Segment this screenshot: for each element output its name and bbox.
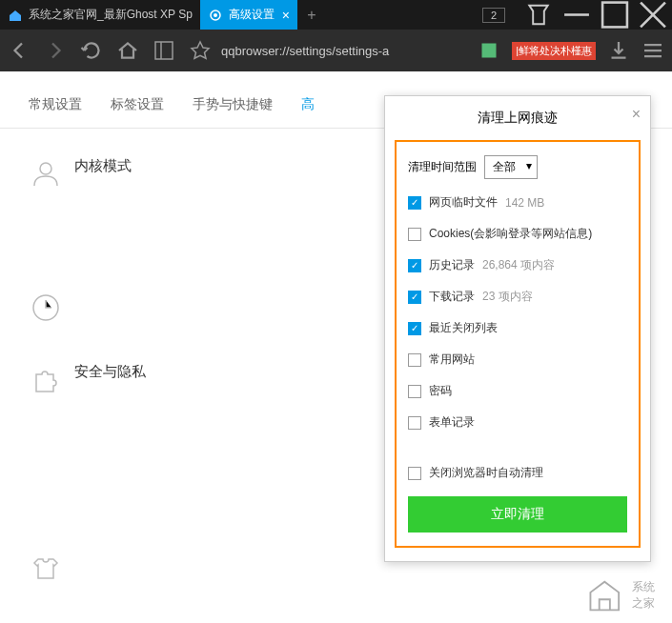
svg-rect-4 bbox=[482, 44, 497, 58]
new-tab-button[interactable]: + bbox=[297, 7, 326, 24]
sidebar-icon[interactable] bbox=[153, 39, 175, 62]
check-auto-clean[interactable]: 关闭浏览器时自动清理 bbox=[408, 465, 627, 481]
tab-system-home[interactable]: 系统之家官网_最新Ghost XP Sp bbox=[0, 0, 200, 30]
nav-tabs[interactable]: 标签设置 bbox=[111, 83, 164, 127]
svg-rect-3 bbox=[155, 42, 173, 59]
gear-icon bbox=[208, 8, 223, 23]
svg-point-5 bbox=[40, 163, 51, 174]
nav-gestures[interactable]: 手势与快捷键 bbox=[193, 83, 273, 127]
tab-title: 高级设置 bbox=[229, 7, 275, 23]
clean-now-button[interactable]: 立即清理 bbox=[408, 496, 627, 533]
close-button[interactable] bbox=[634, 0, 672, 30]
user-icon bbox=[29, 157, 63, 191]
time-range-row: 清理时间范围 全部 bbox=[408, 155, 627, 179]
check-form[interactable]: 表单记录 bbox=[408, 414, 627, 431]
clear-data-dialog: 清理上网痕迹 × 清理时间范围 全部 网页临时文件142 MB Cookies(… bbox=[384, 95, 651, 562]
check-frequent[interactable]: 常用网站 bbox=[408, 352, 627, 368]
close-icon[interactable]: × bbox=[632, 106, 641, 123]
dialog-title: 清理上网痕迹 × bbox=[385, 96, 650, 140]
check-recent[interactable]: 最近关闭列表 bbox=[408, 320, 627, 336]
check-temp-files[interactable]: 网页临时文件142 MB bbox=[408, 194, 627, 211]
window-count-badge[interactable]: 2 bbox=[482, 8, 505, 23]
shirt-icon bbox=[29, 552, 63, 586]
download-icon[interactable] bbox=[607, 39, 630, 62]
titlebar: 系统之家官网_最新Ghost XP Sp 高级设置 × + 2 bbox=[0, 0, 672, 30]
reload-button[interactable] bbox=[80, 39, 103, 62]
svg-rect-2 bbox=[602, 3, 627, 28]
nav-general[interactable]: 常规设置 bbox=[29, 83, 82, 127]
maximize-button[interactable] bbox=[596, 0, 634, 30]
extension-icon[interactable] bbox=[478, 39, 500, 62]
window-controls: 2 bbox=[482, 0, 672, 30]
check-pwd[interactable]: 密码 bbox=[408, 383, 627, 399]
nav-advanced[interactable]: 高 bbox=[301, 83, 315, 127]
home-button[interactable] bbox=[116, 39, 139, 62]
check-download[interactable]: 下载记录23 项内容 bbox=[408, 289, 627, 305]
star-icon[interactable] bbox=[189, 39, 212, 62]
puzzle-icon bbox=[29, 363, 63, 397]
minimize-button[interactable] bbox=[558, 0, 596, 30]
address-text: qqbrowser://settings/settings-a bbox=[221, 44, 389, 58]
site-icon bbox=[8, 8, 23, 23]
watermark: 系统之家 bbox=[583, 578, 658, 613]
back-button[interactable] bbox=[8, 39, 31, 62]
tab-advanced-settings[interactable]: 高级设置 × bbox=[200, 0, 297, 30]
time-range-select[interactable]: 全部 bbox=[484, 155, 538, 179]
skin-icon[interactable] bbox=[519, 0, 558, 30]
clock-icon bbox=[29, 291, 63, 325]
check-history[interactable]: 历史记录26,864 项内容 bbox=[408, 257, 627, 273]
check-cookies[interactable]: Cookies(会影响登录等网站信息) bbox=[408, 226, 627, 242]
svg-point-1 bbox=[214, 13, 217, 17]
address-bar[interactable]: qqbrowser://settings/settings-a bbox=[189, 39, 464, 62]
tab-title: 系统之家官网_最新Ghost XP Sp bbox=[29, 7, 193, 23]
news-badge[interactable]: |鲜将处决朴槿惠 bbox=[512, 42, 596, 60]
toolbar: qqbrowser://settings/settings-a |鲜将处决朴槿惠 bbox=[0, 30, 672, 71]
close-icon[interactable]: × bbox=[282, 8, 290, 23]
menu-button[interactable] bbox=[641, 39, 664, 62]
forward-button[interactable] bbox=[44, 39, 67, 62]
